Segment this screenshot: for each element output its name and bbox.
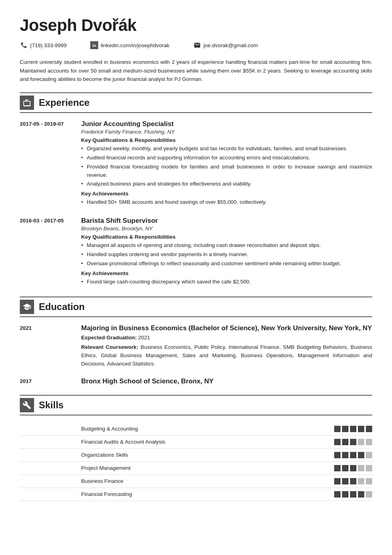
- edu-1-coursework-label: Relevant Coursework:: [81, 344, 138, 350]
- edu-2-content: Bronx High School of Science, Bronx, NY: [81, 377, 372, 387]
- list-item: Oversaw promotional offerings to reflect…: [81, 260, 372, 268]
- skill-name: Organizations Skills: [81, 452, 334, 458]
- skill-dot: [334, 465, 341, 471]
- job-1-achieve-label: Key Achievements: [81, 191, 372, 197]
- experience-section-header: Experience: [20, 92, 372, 113]
- skill-dot: [334, 439, 341, 445]
- list-item: Handled 50+ SMB accounts and found savin…: [81, 198, 372, 207]
- skill-dot: [358, 478, 364, 484]
- skill-name: Financial Audits & Account Analysis: [81, 439, 334, 445]
- experience-section-title: Experience: [39, 97, 89, 108]
- skill-dot: [366, 465, 372, 471]
- skill-name: Business Finance: [81, 478, 334, 484]
- list-item: Audited financial records and supporting…: [81, 154, 372, 162]
- skill-dot: [334, 478, 341, 484]
- list-item: Managed all aspects of opening and closi…: [81, 241, 372, 250]
- job-2-title: Barista Shift Supervisor: [81, 217, 372, 225]
- skill-dot: [350, 439, 356, 445]
- job-2-achieve-label: Key Achievements: [81, 270, 372, 276]
- edu-1-graduation-label: Expected Graduation:: [81, 335, 137, 341]
- job-1-qualifications: Organized weekly, monthly, and yearly bu…: [81, 145, 372, 189]
- summary-text: Current university student enrolled in b…: [20, 58, 372, 84]
- email-text: joe.dvorak@gmail.com: [204, 42, 258, 48]
- skill-row: Budgeting & Accounting: [20, 423, 372, 436]
- skill-dot: [350, 426, 356, 432]
- edu-1-graduation: Expected Graduation: 2021: [81, 334, 372, 342]
- experience-entries: 2017-05 - 2019-07 Junior Accounting Spec…: [20, 120, 372, 289]
- education-icon: [20, 300, 34, 314]
- linkedin-icon: in: [90, 41, 98, 49]
- skill-dot: [342, 478, 348, 484]
- edu-1-title: Majoring in Business Economics (Bachelor…: [81, 324, 372, 332]
- skills-list: Budgeting & AccountingFinancial Audits &…: [20, 423, 372, 501]
- skill-row: Financial Audits & Account Analysis: [20, 436, 372, 449]
- edu-2-year: 2017: [20, 377, 81, 387]
- skill-dot: [350, 491, 356, 498]
- edu-1-coursework: Relevant Coursework: Business Economics,…: [81, 343, 372, 368]
- skill-row: Organizations Skills: [20, 449, 372, 462]
- skill-dot: [358, 465, 364, 471]
- education-section-header: Education: [20, 297, 372, 317]
- job-1-title: Junior Accounting Specialist: [81, 120, 372, 128]
- skill-dots: [334, 439, 372, 445]
- edu-entry-1: 2021 Majoring in Business Economics (Bac…: [20, 324, 372, 369]
- phone-contact: (718) 333-9999: [20, 41, 67, 49]
- linkedin-contact: in linkedin.com/in/josephdvorak: [90, 41, 169, 49]
- job-2-dates: 2016-03 - 2017-05: [20, 217, 81, 289]
- skill-dot: [334, 491, 341, 498]
- candidate-name: Joseph Dvořák: [20, 16, 372, 35]
- skills-section-title: Skills: [39, 400, 64, 411]
- job-entry-2: 2016-03 - 2017-05 Barista Shift Supervis…: [20, 217, 372, 289]
- skill-dot: [366, 426, 372, 432]
- skill-dots: [334, 465, 372, 471]
- job-entry-1: 2017-05 - 2019-07 Junior Accounting Spec…: [20, 120, 372, 209]
- job-1-dates: 2017-05 - 2019-07: [20, 120, 81, 209]
- skills-icon: [20, 398, 34, 412]
- skill-dot: [334, 426, 341, 432]
- experience-icon: [20, 96, 34, 110]
- skill-row: Business Finance: [20, 475, 372, 488]
- contact-block: (718) 333-9999 in linkedin.com/in/joseph…: [20, 41, 372, 51]
- skill-row: Project Management: [20, 462, 372, 475]
- list-item: Provided financial forecasting models fo…: [81, 163, 372, 180]
- job-2-achievements: Found large cash-counting discrepancy wh…: [81, 278, 372, 286]
- skills-section-header: Skills: [20, 395, 372, 415]
- job-2-qual-label: Key Qualifications & Responsibilities: [81, 234, 372, 240]
- skill-name: Financial Forecasting: [81, 491, 334, 497]
- skill-dot: [342, 465, 348, 471]
- skill-dots: [334, 452, 372, 458]
- skill-dots: [334, 478, 372, 484]
- list-item: Analyzed business plans and strategies f…: [81, 180, 372, 188]
- email-contact: joe.dvorak@gmail.com: [193, 41, 258, 49]
- skill-dot: [342, 452, 348, 458]
- email-icon: [193, 41, 201, 49]
- edu-2-title: Bronx High School of Science, Bronx, NY: [81, 377, 372, 385]
- job-1-company: Frederick Family Finance, Flushing, NY: [81, 129, 372, 135]
- skill-dot: [358, 439, 364, 445]
- skill-dot: [366, 491, 372, 498]
- job-1-achievements: Handled 50+ SMB accounts and found savin…: [81, 198, 372, 207]
- job-1-qual-label: Key Qualifications & Responsibilities: [81, 137, 372, 143]
- education-entries: 2021 Majoring in Business Economics (Bac…: [20, 324, 372, 387]
- phone-icon: [20, 41, 28, 49]
- skill-dot: [342, 426, 348, 432]
- skill-row: Financial Forecasting: [20, 488, 372, 501]
- skill-dot: [342, 439, 348, 445]
- list-item: Handled supplies ordering and vendor pay…: [81, 251, 372, 259]
- skill-dot: [342, 491, 348, 498]
- job-1-content: Junior Accounting Specialist Frederick F…: [81, 120, 372, 209]
- phone-text: (718) 333-9999: [30, 42, 67, 48]
- education-section-title: Education: [39, 301, 85, 312]
- skill-dot: [366, 439, 372, 445]
- skill-dot: [358, 491, 364, 498]
- skill-dot: [334, 452, 341, 458]
- edu-1-content: Majoring in Business Economics (Bachelor…: [81, 324, 372, 369]
- edu-entry-2: 2017 Bronx High School of Science, Bronx…: [20, 377, 372, 387]
- skill-dot: [350, 465, 356, 471]
- job-2-content: Barista Shift Supervisor Brooklyn Beans,…: [81, 217, 372, 289]
- skill-dots: [334, 426, 372, 432]
- skill-dot: [358, 452, 364, 458]
- skill-dot: [366, 452, 372, 458]
- skill-name: Budgeting & Accounting: [81, 426, 334, 432]
- job-2-qualifications: Managed all aspects of opening and closi…: [81, 241, 372, 268]
